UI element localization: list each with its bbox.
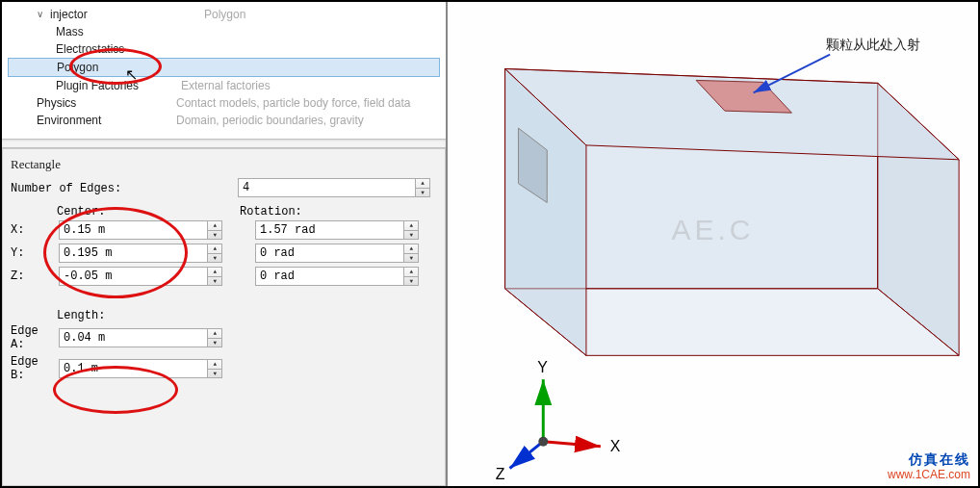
center-label: Center: [57,205,240,218]
x-label: X: [11,223,57,237]
center-y-input[interactable]: ▲▼ [59,244,222,263]
branding-logo: 仿真在线 www.1CAE.com [888,451,970,482]
rotation-y-input[interactable]: ▲▼ [255,244,419,263]
spinner-icon[interactable]: ▲▼ [403,221,418,239]
length-label: Length: [57,309,240,322]
panel-title: Rectangle [11,157,437,172]
scene-svg: X Y Z [448,2,978,486]
spinner-icon[interactable]: ▲▼ [207,360,221,377]
svg-line-10 [510,442,544,469]
rotation-y-field[interactable] [256,244,403,262]
tree-label: Physics [37,94,176,112]
rotation-z-field[interactable] [256,268,403,285]
rotation-z-input[interactable]: ▲▼ [255,267,419,286]
spinner-icon[interactable]: ▲▼ [403,244,418,262]
z-label: Z: [11,270,57,283]
edge-a-label: Edge A: [11,324,57,351]
center-z-field[interactable] [60,268,207,285]
axis-z-label: Z [496,466,505,482]
injection-annotation: 颗粒从此处入射 [826,37,920,54]
spinner-icon[interactable]: ▲▼ [207,221,221,239]
spinner-icon[interactable]: ▲▼ [415,179,429,196]
tree-label: Mass [56,23,210,40]
tree-item-injector[interactable]: ∨ injector Polygon [8,6,440,23]
num-edges-label: Number of Edges: [11,182,232,195]
tree-item-environment[interactable]: Environment Domain, periodic boundaries,… [8,112,440,129]
3d-viewport[interactable]: X Y Z 颗粒从此处入射 AE.C 仿真在线 www.1CAE.com [448,2,978,486]
properties-panel: Rectangle Number of Edges: ▲▼ Center: Ro… [2,148,446,486]
tree-item-plugin-factories[interactable]: Plugin Factories External factories [8,77,440,94]
tree-view: ∨ injector Polygon Mass Electrostatics P… [2,2,446,139]
y-label: Y: [11,246,57,260]
edge-a-field[interactable] [60,329,207,347]
edge-b-label: Edge B: [11,355,57,382]
edge-b-field[interactable] [60,360,207,377]
svg-line-8 [543,442,601,447]
num-edges-field[interactable] [239,179,415,196]
tree-label: Plugin Factories [56,77,181,94]
spinner-icon[interactable]: ▲▼ [403,268,418,285]
axis-y-label: Y [537,359,548,375]
rotation-x-field[interactable] [256,221,403,239]
brand-cn: 仿真在线 [888,451,970,467]
tree-item-physics[interactable]: Physics Contact models, particle body fo… [8,94,440,112]
center-x-field[interactable] [60,221,207,239]
axis-x-label: X [610,438,621,454]
tree-desc: Domain, periodic boundaries, gravity [176,112,440,129]
tree-label: Electrostatics [56,40,210,58]
spinner-icon[interactable]: ▲▼ [207,244,221,262]
tree-item-polygon[interactable]: Polygon [8,58,440,77]
tree-label: injector [50,6,204,23]
svg-point-11 [538,437,548,447]
property-tree-panel: ∨ injector Polygon Mass Electrostatics P… [2,2,448,486]
tree-item-mass[interactable]: Mass [8,23,440,40]
rotation-label: Rotation: [240,205,423,218]
center-x-input[interactable]: ▲▼ [59,220,222,240]
tree-item-electrostatics[interactable]: Electrostatics [8,40,440,58]
center-y-field[interactable] [60,244,207,262]
tree-desc: Contact models, particle body force, fie… [176,94,440,112]
num-edges-input[interactable]: ▲▼ [238,178,430,197]
brand-url: www.1CAE.com [888,467,970,482]
edge-a-input[interactable]: ▲▼ [59,328,222,347]
spinner-icon[interactable]: ▲▼ [207,268,221,285]
tree-label: Polygon [57,59,211,76]
tree-desc: Polygon [204,6,440,23]
rotation-x-input[interactable]: ▲▼ [255,220,419,240]
tree-desc: External factories [181,77,440,94]
spinner-icon[interactable]: ▲▼ [207,329,221,347]
chevron-down-icon[interactable]: ∨ [37,6,50,23]
panel-divider[interactable] [2,139,446,148]
center-z-input[interactable]: ▲▼ [59,267,222,286]
edge-b-input[interactable]: ▲▼ [59,359,222,378]
tree-label: Environment [37,112,176,129]
